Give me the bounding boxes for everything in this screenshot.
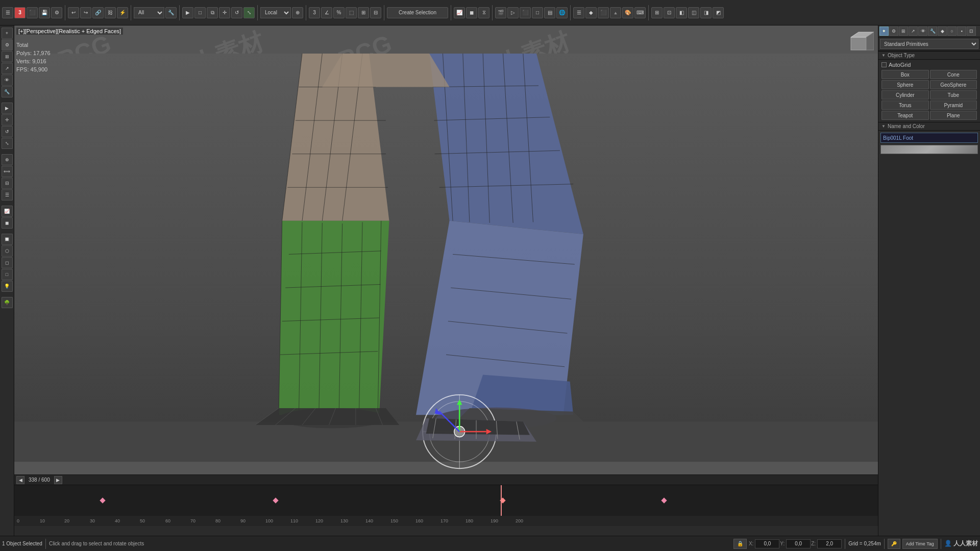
rp-extra1-icon[interactable]: ◆ (938, 27, 947, 36)
create-sel-btn[interactable]: Create Selection (387, 7, 448, 18)
z-input[interactable] (817, 539, 842, 548)
layers-btn[interactable]: ☰ (573, 7, 584, 18)
viewport-wire[interactable]: ◻ (2, 257, 13, 268)
environment-btn[interactable]: 🌐 (556, 7, 568, 18)
dope-btn[interactable]: ◼ (466, 7, 477, 18)
schematic-btn[interactable]: ⟁ (610, 7, 621, 18)
rp-utilities-icon[interactable]: 🔧 (928, 27, 937, 36)
viewport-edge[interactable]: ⬡ (2, 245, 13, 257)
viewport-light[interactable]: 💡 (2, 281, 13, 292)
rp-extra3-icon[interactable]: ▪ (957, 27, 966, 36)
link-btn[interactable]: 🔗 (92, 7, 104, 18)
create-tab[interactable]: + (2, 28, 13, 39)
x-input[interactable] (755, 539, 779, 548)
autogrid-checkbox[interactable] (881, 62, 887, 67)
extra5-btn[interactable]: ◨ (700, 7, 712, 18)
align-tool[interactable]: ⊟ (2, 178, 13, 189)
select-region-btn[interactable]: □ (194, 7, 206, 18)
teapot-btn[interactable]: Teapot (881, 111, 929, 120)
cone-btn[interactable]: Cone (930, 70, 977, 79)
utilities-tab[interactable]: 🔧 (2, 86, 13, 97)
curve-btn[interactable]: 📈 (2, 206, 13, 217)
tl-prev-btn[interactable]: ◀ (16, 476, 24, 484)
hierarchy-tab[interactable]: ⊞ (2, 51, 13, 62)
box-btn[interactable]: Box (881, 70, 929, 79)
edit-named-btn[interactable]: ⊞ (358, 7, 369, 18)
viewport-box[interactable]: □ (2, 269, 13, 280)
move-btn[interactable]: ✛ (219, 7, 230, 18)
rp-modify-icon[interactable]: ⚙ (889, 27, 898, 36)
geosphere-btn[interactable]: GeoSphere (930, 80, 977, 89)
viewport-cube[interactable] (848, 30, 874, 55)
render-btn[interactable]: ▷ (507, 7, 519, 18)
name-color-header[interactable]: ▼ Name and Color (878, 122, 980, 131)
material-btn[interactable]: ◆ (585, 7, 597, 18)
rotate-btn[interactable]: ↺ (231, 7, 242, 18)
viewport[interactable]: RRCG 人人素材 RRCG 人人素材 人人素材 RRCG 人人素材 RRCG … (14, 26, 878, 490)
sphere-btn[interactable]: Sphere (881, 80, 929, 89)
track-container[interactable] (14, 485, 878, 516)
all-dropdown[interactable]: All (134, 7, 164, 18)
rp-hierarchy-icon[interactable]: ⊞ (899, 27, 908, 36)
lock-btn[interactable]: 🔒 (733, 539, 747, 549)
angle-snap-btn[interactable]: ∠ (321, 7, 332, 18)
tl-next-btn[interactable]: ▶ (54, 476, 62, 484)
rp-extra2-icon[interactable]: ○ (947, 27, 957, 36)
torus-btn[interactable]: Torus (881, 101, 929, 110)
modify-tab[interactable]: ⚙ (2, 39, 13, 51)
spinner-snap-btn[interactable]: ⬚ (346, 7, 357, 18)
unlink-btn[interactable]: ⛓ (105, 7, 116, 18)
menu-btn[interactable]: ☰ (2, 7, 13, 18)
new-btn[interactable]: 3 (14, 7, 26, 18)
object-name-input[interactable] (880, 133, 978, 143)
cylinder-btn[interactable]: Cylinder (881, 90, 929, 99)
motion-tab[interactable]: ↗ (2, 63, 13, 74)
scale-tool[interactable]: ⤡ (2, 138, 13, 149)
render-frame-btn[interactable]: □ (532, 7, 543, 18)
plane-btn[interactable]: Plane (930, 111, 977, 120)
mirror-tool[interactable]: ⟺ (2, 166, 13, 177)
render-type-btn[interactable]: ⬛ (520, 7, 531, 18)
window-crossing-btn[interactable]: ⧉ (207, 7, 218, 18)
percent-snap-btn[interactable]: % (333, 7, 345, 18)
layer-manager[interactable]: ☰ (2, 189, 13, 201)
rp-display-icon[interactable]: 👁 (918, 27, 927, 36)
object-color-swatch[interactable] (880, 145, 978, 154)
dope-btn2[interactable]: ◼ (2, 217, 13, 229)
add-time-tag-btn[interactable]: Add Time Tag (902, 539, 938, 549)
rotate-tool[interactable]: ↺ (2, 126, 13, 137)
rp-create-icon[interactable]: ✦ (879, 27, 889, 36)
render-setup-btn[interactable]: 🎬 (495, 7, 506, 18)
undo-btn[interactable]: ↩ (68, 7, 79, 18)
extra6-btn[interactable]: ◩ (713, 7, 724, 18)
primitives-dropdown[interactable]: Standard Primitives (880, 39, 978, 49)
y-input[interactable] (786, 539, 811, 548)
key-lock-btn[interactable]: 🔑 (888, 539, 900, 549)
coord-dropdown[interactable]: Local (260, 7, 291, 18)
snap-toggle[interactable]: ⊕ (2, 154, 13, 165)
maxscript-btn[interactable]: ⌨ (634, 7, 646, 18)
extra2-btn[interactable]: ⊡ (664, 7, 675, 18)
settings-btn[interactable]: ⚙ (51, 7, 62, 18)
motion-mixer-btn[interactable]: ⧖ (478, 7, 489, 18)
open-btn[interactable]: ⬛ (27, 7, 38, 18)
bind-btn[interactable]: ⚡ (117, 7, 128, 18)
named-sel-btn[interactable]: ⊟ (370, 7, 381, 18)
object-type-header[interactable]: ▼ Object Type (878, 51, 980, 60)
save-btn[interactable]: 💾 (39, 7, 50, 18)
redo-btn[interactable]: ↪ (80, 7, 91, 18)
filter-btn[interactable]: 🔧 (165, 7, 177, 18)
pyramid-btn[interactable]: Pyramid (930, 101, 977, 110)
use-pivot-btn[interactable]: ⊕ (292, 7, 303, 18)
rp-extra4-icon[interactable]: ⊡ (967, 27, 976, 36)
extra3-btn[interactable]: ◧ (676, 7, 687, 18)
render-last-btn[interactable]: ▤ (544, 7, 555, 18)
move-tool[interactable]: ✛ (2, 114, 13, 126)
scale-btn[interactable]: ⤡ (243, 7, 255, 18)
select-btn[interactable]: ▶ (182, 7, 193, 18)
extra4-btn[interactable]: ◫ (688, 7, 699, 18)
viewport-shade[interactable]: 🔲 (2, 234, 13, 245)
snap-btn[interactable]: 3 (309, 7, 320, 18)
select-tool[interactable]: ▶ (2, 103, 13, 114)
slate-btn[interactable]: ⬛ (598, 7, 609, 18)
